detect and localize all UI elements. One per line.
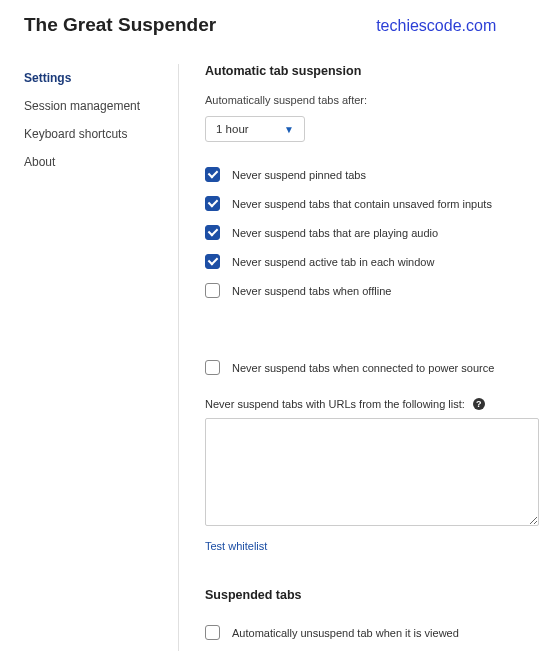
section-title-auto-suspension: Automatic tab suspension [205, 64, 539, 78]
checkbox-active[interactable] [205, 254, 220, 269]
section-title-suspended-tabs: Suspended tabs [205, 588, 539, 602]
checkbox-label: Never suspend pinned tabs [232, 169, 366, 181]
option-never-suspend-pinned: Never suspend pinned tabs [205, 160, 539, 189]
checkbox-pinned[interactable] [205, 167, 220, 182]
checkbox-label: Never suspend active tab in each window [232, 256, 434, 268]
main-content: Automatic tab suspension Automatically s… [179, 64, 539, 651]
suspend-after-value: 1 hour [216, 123, 249, 135]
checkbox-power[interactable] [205, 360, 220, 375]
sidebar: Settings Session management Keyboard sho… [24, 64, 179, 651]
option-auto-unsuspend: Automatically unsuspend tab when it is v… [205, 618, 539, 647]
option-never-suspend-unsaved-forms: Never suspend tabs that contain unsaved … [205, 189, 539, 218]
brand-link[interactable]: techiescode.com [376, 17, 496, 35]
test-whitelist-link[interactable]: Test whitelist [205, 540, 267, 552]
option-never-suspend-active: Never suspend active tab in each window [205, 247, 539, 276]
sidebar-item-keyboard-shortcuts[interactable]: Keyboard shortcuts [24, 120, 168, 148]
checkbox-offline[interactable] [205, 283, 220, 298]
checkbox-label: Automatically unsuspend tab when it is v… [232, 627, 459, 639]
header: The Great Suspender techiescode.com [0, 0, 557, 42]
whitelist-textarea[interactable] [205, 418, 539, 526]
checkbox-label: Never suspend tabs that are playing audi… [232, 227, 438, 239]
sidebar-item-settings[interactable]: Settings [24, 64, 168, 92]
sidebar-item-session-management[interactable]: Session management [24, 92, 168, 120]
option-chrome-memory-saving: Apply Chrome's built-in memory-saving wh… [205, 647, 539, 651]
whitelist-label: Never suspend tabs with URLs from the fo… [205, 398, 465, 410]
option-never-suspend-power: Never suspend tabs when connected to pow… [205, 353, 539, 382]
checkbox-label: Never suspend tabs that contain unsaved … [232, 198, 492, 210]
help-icon[interactable]: ? [473, 398, 485, 410]
app-title: The Great Suspender [24, 14, 216, 36]
suspend-after-label: Automatically suspend tabs after: [205, 94, 539, 106]
whitelist-label-row: Never suspend tabs with URLs from the fo… [205, 398, 539, 410]
suspend-after-select[interactable]: 1 hour ▼ [205, 116, 305, 142]
checkbox-audio[interactable] [205, 225, 220, 240]
option-never-suspend-offline: Never suspend tabs when offline [205, 276, 539, 305]
caret-down-icon: ▼ [284, 124, 294, 135]
sidebar-item-about[interactable]: About [24, 148, 168, 176]
checkbox-label: Never suspend tabs when offline [232, 285, 391, 297]
checkbox-label: Never suspend tabs when connected to pow… [232, 362, 494, 374]
option-never-suspend-audio: Never suspend tabs that are playing audi… [205, 218, 539, 247]
checkbox-auto-unsuspend[interactable] [205, 625, 220, 640]
checkbox-unsaved-forms[interactable] [205, 196, 220, 211]
